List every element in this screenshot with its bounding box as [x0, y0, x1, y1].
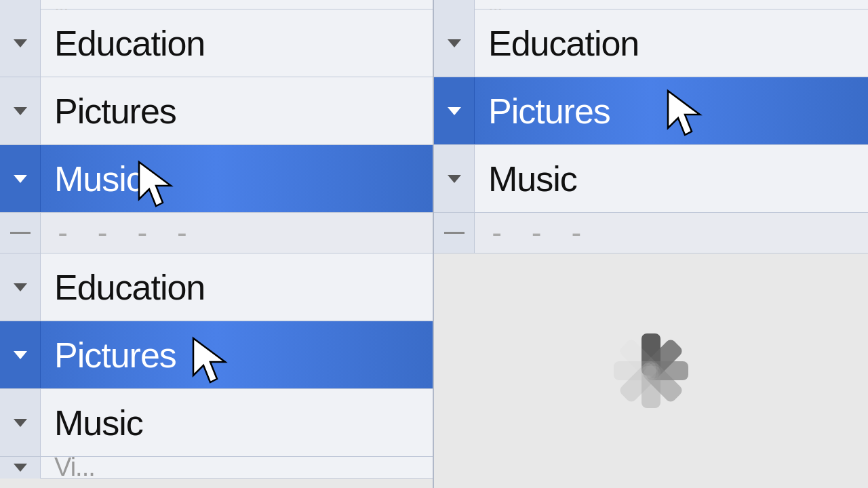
left-panel: ... Education Pictures Music: [0, 0, 434, 488]
right-top-partial-row: ...: [434, 0, 868, 9]
right-label-education: Education: [475, 23, 639, 64]
left-bottom-partial: Vi...: [0, 457, 433, 479]
right-panel: ... Education Pictures Music: [434, 0, 868, 488]
right-item-music[interactable]: Music: [434, 145, 868, 213]
left-item-pictures[interactable]: Pictures: [0, 77, 433, 145]
right-arrow-music: [448, 175, 461, 183]
right-sep-label: - - -: [475, 216, 587, 249]
left-item-music[interactable]: Music: [0, 145, 433, 213]
left-arrow-music: [14, 175, 27, 183]
left-arrow-education: [14, 39, 27, 47]
left-item-music2[interactable]: Music: [0, 389, 433, 457]
svg-marker-0: [139, 162, 171, 206]
left-dropdown-pictures[interactable]: [0, 77, 41, 144]
loading-spinner: [597, 317, 705, 425]
right-label-pictures: Pictures: [475, 91, 610, 131]
right-dropdown-pictures[interactable]: [434, 77, 475, 144]
right-dropdown-education[interactable]: [434, 9, 475, 77]
left-arrow-education2: [14, 283, 27, 291]
cursor-right-pictures: [665, 87, 722, 145]
left-item-pictures2[interactable]: Pictures: [0, 321, 433, 389]
left-arrow-music2: [14, 419, 27, 427]
right-dropdown-music[interactable]: [434, 145, 475, 212]
spinner-area: [434, 253, 868, 488]
left-top-partial-dropdown[interactable]: [0, 0, 41, 9]
left-dropdown-education2[interactable]: [0, 253, 41, 321]
right-sep-dash: [444, 232, 465, 234]
left-label-pictures2: Pictures: [41, 335, 176, 375]
left-top-partial-row: ...: [0, 0, 433, 9]
left-item-education[interactable]: Education: [0, 9, 433, 77]
right-item-pictures[interactable]: Pictures: [434, 77, 868, 145]
right-arrow-education: [448, 39, 461, 47]
left-dropdown-pictures2[interactable]: [0, 321, 41, 388]
left-bottom-arrow: [14, 464, 27, 472]
left-sep-label: - - - -: [41, 216, 193, 249]
left-label-music: Music: [41, 159, 143, 199]
left-dropdown-music2[interactable]: [0, 389, 41, 456]
left-item-education2[interactable]: Education: [0, 253, 433, 321]
cursor-left-pictures2: [190, 335, 244, 389]
svg-marker-2: [668, 91, 700, 135]
right-label-music: Music: [475, 159, 577, 199]
left-bottom-label: Vi...: [41, 453, 95, 482]
left-bottom-dropdown[interactable]: [0, 457, 41, 479]
left-label-pictures: Pictures: [41, 91, 176, 131]
svg-marker-1: [193, 338, 225, 382]
left-label-education: Education: [41, 23, 205, 64]
left-arrow-pictures: [14, 107, 27, 115]
right-item-education[interactable]: Education: [434, 9, 868, 77]
left-separator: - - - -: [0, 213, 433, 253]
left-dropdown-music[interactable]: [0, 145, 41, 212]
right-sep-btn: [434, 213, 475, 253]
left-sep-btn: [0, 213, 41, 253]
left-dropdown-education[interactable]: [0, 9, 41, 77]
left-arrow-pictures2: [14, 351, 27, 359]
right-top-partial-dropdown[interactable]: [434, 0, 475, 9]
left-label-music2: Music: [41, 403, 143, 443]
cursor-left-music: [136, 159, 190, 213]
right-separator: - - -: [434, 213, 868, 253]
spinner-container: [434, 253, 868, 488]
left-label-education2: Education: [41, 267, 205, 308]
left-sep-dash: [10, 232, 31, 234]
right-arrow-pictures: [448, 107, 461, 115]
main-container: ... Education Pictures Music: [0, 0, 868, 488]
